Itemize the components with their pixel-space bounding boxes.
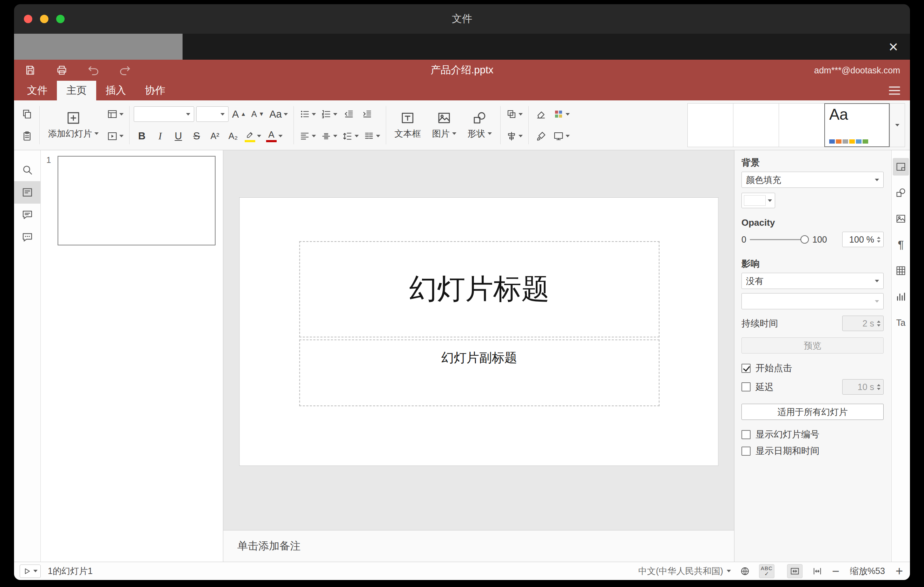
- theme-gallery-expand-button[interactable]: [889, 103, 905, 147]
- tab-home[interactable]: 主页: [57, 81, 96, 101]
- delay-checkbox[interactable]: [741, 383, 751, 391]
- fill-color-swatch-button[interactable]: [741, 193, 775, 208]
- save-button[interactable]: [23, 63, 37, 77]
- spinner-down-icon[interactable]: [877, 388, 881, 390]
- columns-button[interactable]: [362, 128, 381, 145]
- opacity-slider-knob[interactable]: [800, 235, 809, 244]
- document-language-button[interactable]: [737, 564, 753, 578]
- increase-font-button[interactable]: A▲: [231, 106, 248, 122]
- opacity-slider[interactable]: [750, 234, 809, 244]
- spinner-up-icon[interactable]: [877, 237, 881, 239]
- copy-button[interactable]: [19, 106, 35, 122]
- search-button[interactable]: [14, 159, 41, 181]
- paste-button[interactable]: [19, 128, 35, 145]
- tab-collaboration[interactable]: 协作: [135, 81, 175, 101]
- spinner-down-icon[interactable]: [877, 241, 881, 242]
- notes-area[interactable]: 单击添加备注: [223, 530, 734, 562]
- insert-textbox-button[interactable]: 文本框: [390, 103, 425, 147]
- slide-thumbnail[interactable]: [58, 156, 216, 246]
- bullets-icon: [299, 109, 310, 119]
- chart-settings-button[interactable]: [893, 288, 909, 305]
- paragraph-settings-button[interactable]: ¶: [893, 236, 909, 254]
- show-slide-number-checkbox[interactable]: [741, 430, 751, 439]
- color-scheme-button[interactable]: [552, 106, 571, 122]
- title-placeholder[interactable]: 幻灯片标题: [299, 241, 659, 337]
- zoom-in-button[interactable]: +: [896, 565, 903, 577]
- change-case-button[interactable]: Aa: [268, 106, 289, 122]
- fit-slide-button[interactable]: [787, 564, 802, 578]
- vertical-align-button[interactable]: [320, 128, 339, 145]
- insert-image-button[interactable]: 图片: [428, 103, 460, 147]
- zoom-icon[interactable]: [56, 15, 64, 23]
- undo-button[interactable]: [86, 63, 101, 77]
- delay-spinner[interactable]: 10 s: [842, 379, 884, 395]
- horizontal-align-button[interactable]: [298, 128, 317, 145]
- spinner-down-icon[interactable]: [877, 325, 881, 326]
- start-slideshow-statusbar-button[interactable]: [20, 564, 41, 578]
- tab-file[interactable]: 文件: [18, 81, 57, 101]
- italic-button[interactable]: I: [152, 128, 168, 145]
- font-name-select[interactable]: [134, 106, 194, 122]
- subscript-button[interactable]: A₂: [225, 128, 241, 145]
- decrease-font-button[interactable]: A▼: [249, 106, 266, 122]
- fit-width-button[interactable]: [810, 564, 825, 578]
- slide[interactable]: 幻灯片标题 幻灯片副标题: [239, 197, 718, 466]
- start-slideshow-button[interactable]: [106, 128, 125, 145]
- slide-canvas[interactable]: 幻灯片标题 幻灯片副标题: [223, 150, 734, 530]
- close-icon[interactable]: [24, 15, 32, 23]
- font-color-button[interactable]: A: [265, 128, 284, 145]
- copy-style-button[interactable]: [533, 128, 549, 145]
- apply-to-all-slides-button[interactable]: 适用于所有幻灯片: [741, 404, 884, 420]
- theme-item[interactable]: [687, 103, 733, 147]
- opacity-spinner[interactable]: 100 %: [842, 232, 884, 247]
- arrange-button[interactable]: [505, 106, 524, 122]
- redo-button[interactable]: [118, 63, 132, 77]
- highlight-color-button[interactable]: [243, 128, 262, 145]
- spellcheck-button[interactable]: ABC ✓: [759, 564, 774, 578]
- add-slide-button[interactable]: 添加幻灯片: [44, 103, 103, 147]
- underline-button[interactable]: U: [170, 128, 186, 145]
- zoom-out-button[interactable]: −: [832, 565, 840, 577]
- effect-variant-select[interactable]: [741, 293, 884, 309]
- slides-panel-button[interactable]: [14, 181, 41, 204]
- increase-indent-button[interactable]: [359, 106, 375, 122]
- print-button[interactable]: [55, 63, 69, 77]
- spinner-up-icon[interactable]: [877, 320, 881, 323]
- clear-style-button[interactable]: [533, 106, 549, 122]
- show-date-time-checkbox[interactable]: [741, 447, 751, 456]
- preview-button[interactable]: 预览: [741, 337, 884, 353]
- hamburger-menu-icon[interactable]: [889, 87, 900, 95]
- line-spacing-button[interactable]: [341, 128, 360, 145]
- image-settings-button[interactable]: [893, 210, 909, 228]
- theme-item[interactable]: [779, 103, 824, 147]
- shape-align-button[interactable]: [505, 128, 524, 145]
- subtitle-placeholder[interactable]: 幻灯片副标题: [299, 340, 659, 406]
- effect-select[interactable]: 没有: [741, 273, 884, 289]
- decrease-indent-button[interactable]: [341, 106, 357, 122]
- bold-button[interactable]: B: [134, 128, 150, 145]
- strikethrough-button[interactable]: S: [188, 128, 205, 145]
- textart-settings-button[interactable]: Ta: [893, 314, 909, 331]
- duration-spinner[interactable]: 2 s: [842, 316, 884, 331]
- theme-item[interactable]: [733, 103, 779, 147]
- slide-settings-button[interactable]: [893, 158, 909, 176]
- close-editor-button[interactable]: ×: [889, 39, 898, 55]
- bullets-button[interactable]: [298, 106, 317, 122]
- superscript-button[interactable]: A²: [207, 128, 223, 145]
- comments-button[interactable]: [14, 204, 41, 226]
- minimize-icon[interactable]: [40, 15, 48, 23]
- fill-type-select[interactable]: 颜色填充: [741, 171, 884, 188]
- language-select[interactable]: 中文(中华人民共和国): [638, 565, 731, 577]
- table-settings-button[interactable]: [893, 262, 909, 279]
- chat-button[interactable]: [14, 226, 41, 249]
- slide-layout-button[interactable]: [106, 106, 125, 122]
- font-size-select[interactable]: [196, 106, 229, 122]
- tab-insert[interactable]: 插入: [96, 81, 135, 101]
- theme-item-selected[interactable]: Aa: [824, 103, 889, 147]
- slide-size-button[interactable]: [552, 128, 571, 145]
- numbering-button[interactable]: [320, 106, 339, 122]
- insert-shape-button[interactable]: 形状: [464, 103, 496, 147]
- start-on-click-checkbox[interactable]: [741, 364, 751, 373]
- spinner-up-icon[interactable]: [877, 384, 881, 386]
- shape-settings-button[interactable]: [893, 184, 909, 201]
